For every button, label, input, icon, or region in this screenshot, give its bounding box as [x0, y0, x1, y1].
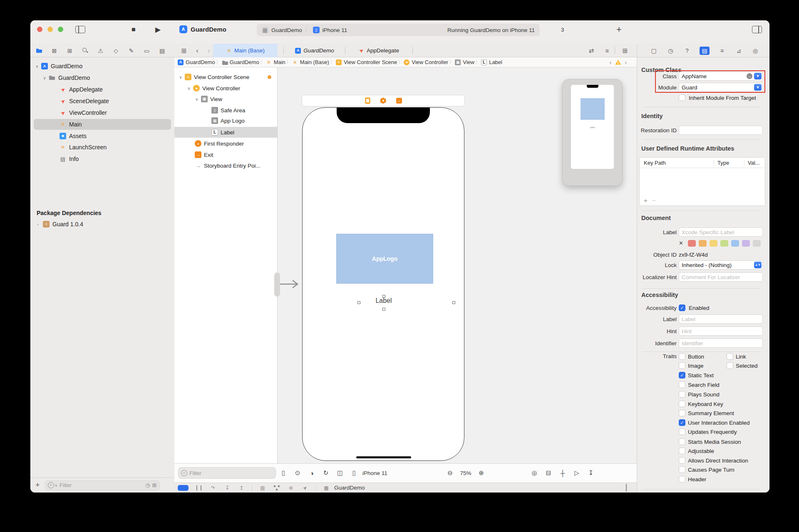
- jumpbar-segment-guarddemo-0[interactable]: AGuardDemo: [178, 59, 215, 65]
- view-hierarchy-icon[interactable]: ▤: [259, 485, 266, 491]
- jumpbar-segment-view-6[interactable]: ▣View: [455, 59, 474, 65]
- outline-filter-field[interactable]: ≡ Filter: [178, 467, 276, 479]
- zoom-out-icon[interactable]: ⊖: [446, 469, 454, 477]
- source-control-navigator-icon[interactable]: ⊠: [51, 47, 58, 54]
- zoom-window-button[interactable]: [58, 27, 63, 32]
- resolve-autolayout-icon[interactable]: ▷: [573, 469, 581, 477]
- next-issue-icon[interactable]: ›: [625, 59, 627, 66]
- zoom-level[interactable]: 75%: [460, 470, 471, 476]
- add-constraints-icon[interactable]: ┼: [558, 469, 567, 477]
- embed-icon[interactable]: ↧: [587, 469, 595, 477]
- accessibility-enabled-checkbox[interactable]: ✓: [679, 304, 685, 311]
- jumpbar-warning-icon[interactable]: [615, 60, 621, 65]
- navigator-item-viewcontroller-4[interactable]: ➤ViewController: [30, 107, 174, 118]
- device-name[interactable]: iPhone 11: [362, 470, 387, 476]
- trait-checkbox-static-text[interactable]: ✓: [679, 372, 685, 379]
- trait-checkbox-plays-sound[interactable]: [679, 391, 685, 398]
- device-icon[interactable]: ▯: [350, 469, 358, 477]
- outline-collapse-handle[interactable]: [274, 272, 280, 297]
- update-frames-icon[interactable]: ◎: [530, 469, 538, 477]
- device-preview[interactable]: AppLogo Label: [302, 107, 464, 461]
- trait-checkbox-summary-element[interactable]: [679, 410, 685, 416]
- history-inspector-icon[interactable]: ◷: [666, 47, 675, 55]
- accessibility-label-field[interactable]: Label: [679, 314, 763, 324]
- navigator-item-appdelegate-2[interactable]: ➤AppDelegate: [30, 84, 174, 95]
- trait-checkbox-header[interactable]: [679, 476, 685, 483]
- navigator-item-launchscreen-7[interactable]: ✕LaunchScreen: [30, 142, 174, 153]
- color-swatch-3[interactable]: [720, 240, 728, 247]
- outline-item-first-responder[interactable]: ●First Responder: [174, 138, 277, 149]
- back-button[interactable]: ‹: [193, 44, 202, 57]
- clear-color-icon[interactable]: ✕: [679, 240, 683, 246]
- toggle-outline-icon[interactable]: ▯: [279, 469, 288, 477]
- scheme-destination[interactable]: iPhone 11: [323, 27, 347, 33]
- trait-checkbox-selected[interactable]: [727, 362, 733, 369]
- navigator-item-assets-6[interactable]: ◆Assets: [30, 131, 174, 141]
- outline-item-label[interactable]: LLabel: [174, 127, 277, 138]
- class-field[interactable]: AppName → ▼: [679, 72, 763, 81]
- tab-appdelegate[interactable]: ➤AppDelegate: [349, 44, 408, 57]
- color-swatch-6[interactable]: [753, 240, 761, 247]
- trait-checkbox-adjustable[interactable]: [679, 448, 685, 454]
- module-dropdown-icon[interactable]: ▼: [754, 84, 762, 91]
- tab-guarddemo[interactable]: AGuardDemo: [288, 44, 342, 57]
- document-label-field[interactable]: Xcode Specific Label: [679, 228, 763, 237]
- environment-overrides-icon[interactable]: ⊚: [287, 485, 295, 491]
- applogo-image-view[interactable]: AppLogo: [336, 234, 433, 284]
- simulate-location-icon[interactable]: ➤: [300, 483, 310, 492]
- storyboard-entry-arrow[interactable]: [278, 279, 300, 290]
- outline-item-view-controller-scene[interactable]: ∨≡View Controller Scene: [174, 72, 277, 82]
- runtime-attributes-table[interactable]: Key Path Type Val... + −: [639, 157, 765, 206]
- lock-stepper-icon[interactable]: ▲▼: [754, 262, 762, 268]
- color-swatch-5[interactable]: [742, 240, 750, 247]
- canvas-minimap[interactable]: Label: [562, 79, 623, 186]
- navigator-item-info-8[interactable]: ▤Info: [30, 153, 174, 164]
- debug-navigator-icon[interactable]: ✎: [128, 47, 135, 54]
- color-swatch-1[interactable]: [699, 240, 707, 247]
- appearance-icon[interactable]: ◑: [308, 469, 316, 477]
- module-field[interactable]: Guard ▼: [679, 83, 763, 92]
- project-navigator-icon[interactable]: [35, 47, 42, 54]
- chevron-down-icon[interactable]: ∨: [178, 75, 183, 79]
- breakpoints-toggle[interactable]: [178, 485, 189, 491]
- breakpoint-navigator-icon[interactable]: ▭: [143, 47, 150, 54]
- color-swatch-4[interactable]: [731, 240, 739, 247]
- outline-item-safe-area[interactable]: ▯Safe Area: [174, 105, 277, 116]
- restoration-id-field[interactable]: [679, 126, 763, 135]
- trait-checkbox-image[interactable]: [679, 362, 685, 369]
- selection-handle-bottom[interactable]: [382, 308, 385, 311]
- column-type[interactable]: Type: [714, 160, 744, 166]
- trait-checkbox-link[interactable]: [727, 353, 733, 360]
- add-attribute-button[interactable]: +: [644, 197, 648, 204]
- attributes-inspector-icon[interactable]: ≡: [718, 47, 726, 55]
- trait-checkbox-allows-direct-interaction[interactable]: [679, 457, 685, 464]
- pause-icon[interactable]: [195, 485, 203, 491]
- editor-options-icon[interactable]: ≡: [602, 44, 612, 57]
- debug-app-name[interactable]: GuardDemo: [334, 485, 365, 491]
- navigator-item-guarddemo-0[interactable]: ∨AGuardDemo: [30, 61, 174, 72]
- source-control-filter-icon[interactable]: ⊞: [152, 482, 157, 488]
- class-dropdown-icon[interactable]: ▼: [754, 73, 762, 79]
- connections-inspector-icon[interactable]: ◎: [751, 47, 759, 55]
- color-swatch-0[interactable]: [688, 240, 696, 247]
- toggle-inspector-icon[interactable]: [752, 26, 762, 33]
- recent-files-icon[interactable]: ◷: [145, 482, 150, 488]
- jumpbar-segment-main-base-3[interactable]: ✕Main (Base): [292, 59, 329, 65]
- chevron-down-icon[interactable]: ∨: [35, 64, 40, 69]
- forward-button[interactable]: ›: [204, 44, 213, 57]
- color-swatch-2[interactable]: [710, 240, 717, 247]
- step-into-icon[interactable]: ↧: [223, 485, 231, 491]
- tab-main-base[interactable]: ✕Main (Base): [213, 44, 278, 57]
- prev-issue-icon[interactable]: ‹: [610, 59, 612, 66]
- remove-attribute-button[interactable]: −: [652, 197, 656, 204]
- close-window-button[interactable]: [37, 27, 42, 32]
- trait-checkbox-search-field[interactable]: [679, 381, 685, 388]
- step-out-icon[interactable]: ↥: [238, 485, 245, 491]
- minimize-window-button[interactable]: [47, 27, 53, 32]
- orientation-icon[interactable]: ↻: [322, 469, 330, 477]
- jumpbar-segment-main-2[interactable]: ✕Main: [266, 59, 285, 65]
- identity-inspector-icon[interactable]: ▤: [700, 47, 710, 55]
- swap-editor-icon[interactable]: ⇄: [586, 44, 596, 57]
- memory-graph-icon[interactable]: [273, 485, 280, 491]
- accessibility-hint-field[interactable]: Hint: [679, 327, 763, 336]
